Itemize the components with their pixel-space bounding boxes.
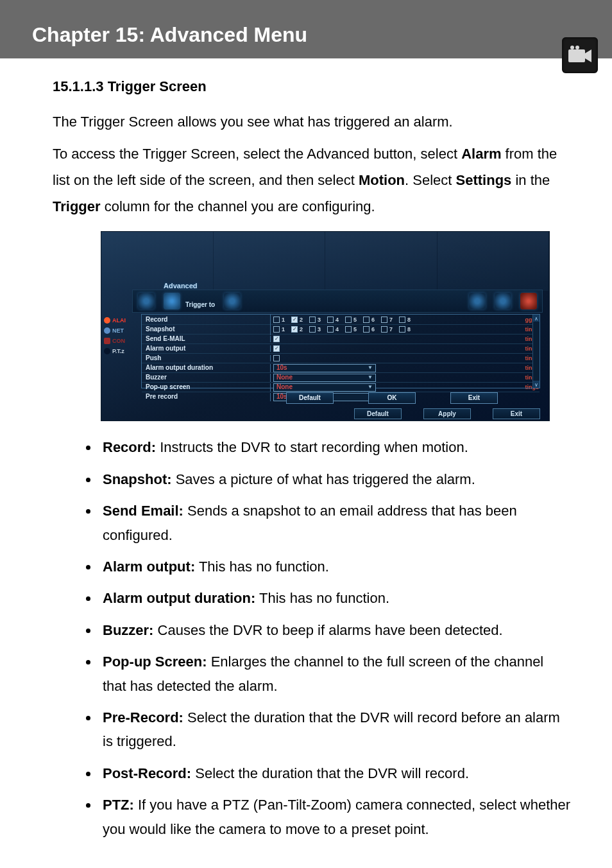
trigger-panel: Record 1✓2345678 Snapshot 1✓2345678 Send…: [141, 314, 540, 388]
dropdown[interactable]: None▼: [273, 383, 376, 392]
apply-button[interactable]: Apply: [423, 408, 471, 419]
checkbox[interactable]: [309, 317, 316, 323]
paragraph-1: The Trigger Screen allows you see what h…: [53, 109, 571, 135]
row-popup-screen: Pop-up screen None▼: [142, 382, 540, 392]
checkbox[interactable]: [399, 317, 405, 323]
checkbox[interactable]: [309, 326, 316, 333]
outer-buttons: Default Apply Exit: [354, 408, 540, 419]
dropdown[interactable]: None▼: [273, 374, 376, 382]
scrollbar[interactable]: ∧∨: [532, 315, 540, 388]
row-snapshot: Snapshot 1✓2345678: [142, 324, 540, 334]
row-send-email: Send E-MAIL ✓: [142, 334, 540, 343]
row-buzzer: Buzzer None▼: [142, 372, 540, 382]
list-item: Pre-Record: Select the duration that the…: [99, 706, 571, 754]
channel-number: 6: [371, 315, 375, 326]
checkbox[interactable]: [381, 326, 387, 333]
svg-rect-0: [568, 49, 585, 62]
panel-buttons: Default OK Exit: [286, 392, 498, 404]
list-item: PTZ: If you have a PTZ (Pan-Tilt-Zoom) c…: [99, 793, 571, 841]
channel-number: 5: [353, 324, 357, 335]
checkbox[interactable]: [363, 326, 370, 333]
list-item: Alarm output: This has no function.: [99, 555, 571, 578]
paragraph-2: To access the Trigger Screen, select the…: [53, 141, 571, 220]
list-item: Alarm output duration: This has no funct…: [99, 586, 571, 610]
list-item: Pop-up Screen: Enlarges the channel to t…: [99, 650, 571, 698]
channel-number: 1: [282, 324, 285, 335]
svg-marker-1: [585, 49, 591, 62]
section-heading: 15.1.1.3 Trigger Screen: [53, 74, 571, 100]
dvr-sidebar: ALAI NET CON P.T.z: [101, 315, 141, 356]
row-alarm-output: Alarm output ✓: [142, 343, 540, 353]
chapter-title: Chapter 15: Advanced Menu: [32, 23, 593, 47]
checkbox[interactable]: [273, 326, 280, 333]
sidebar-item-network[interactable]: NET: [101, 326, 141, 336]
exit-button[interactable]: Exit: [450, 392, 498, 404]
checkbox[interactable]: [345, 326, 352, 333]
checkbox[interactable]: [327, 326, 334, 333]
svg-point-3: [575, 46, 579, 49]
row-record: Record 1✓2345678: [142, 315, 540, 324]
checkbox[interactable]: [381, 317, 387, 323]
dropdown[interactable]: 10s▼: [273, 364, 376, 372]
info-icon[interactable]: [469, 293, 486, 309]
checkbox[interactable]: ✓: [291, 317, 298, 323]
trigger-to-label: Trigger to: [185, 299, 215, 313]
toolbar-icon[interactable]: [224, 293, 241, 309]
channel-number: 3: [318, 315, 321, 326]
default-button[interactable]: Default: [286, 392, 334, 404]
toolbar-icon[interactable]: [495, 293, 511, 309]
channel-number: 8: [407, 315, 411, 326]
sidebar-item-ptz[interactable]: P.T.z: [101, 346, 141, 356]
channel-number: 3: [318, 324, 321, 335]
channel-number: 4: [336, 315, 339, 326]
checkbox[interactable]: ✓: [291, 326, 298, 333]
gear-icon[interactable]: [164, 293, 180, 309]
ok-button[interactable]: OK: [368, 392, 416, 404]
dvr-screenshot: Advanced Trigger to ALAI NET CON P.T.z: [101, 231, 571, 421]
channel-number: 6: [371, 324, 375, 335]
checkbox[interactable]: ✓: [273, 336, 280, 342]
list-item: Buzzer: Causes the DVR to beep if alarms…: [99, 618, 571, 642]
checkbox[interactable]: [327, 317, 334, 323]
checkbox[interactable]: [273, 317, 280, 323]
channel-number: 7: [389, 324, 393, 335]
row-alarm-out-duration: Alarm output duration 10s▼: [142, 363, 540, 372]
checkbox[interactable]: [345, 317, 352, 323]
svg-point-2: [570, 46, 574, 49]
row-push: Push: [142, 353, 540, 363]
channel-number: 4: [336, 324, 339, 335]
sidebar-item-com[interactable]: CON: [101, 336, 141, 346]
channel-number: 2: [300, 324, 303, 335]
chapter-header: Chapter 15: Advanced Menu: [0, 0, 612, 58]
list-item: Send Email: Sends a snapshot to an email…: [99, 499, 571, 547]
page-content: 15.1.1.3 Trigger Screen The Trigger Scre…: [0, 58, 612, 868]
default-button[interactable]: Default: [354, 408, 402, 419]
channel-number: 2: [300, 315, 303, 326]
channel-number: 5: [353, 315, 357, 326]
list-item: Record: Instructs the DVR to start recor…: [99, 435, 571, 459]
toolbar-icon[interactable]: [138, 293, 155, 309]
channel-number: 8: [407, 324, 411, 335]
checkbox[interactable]: [363, 317, 370, 323]
dvr-toolbar: Trigger to: [132, 290, 543, 313]
sidebar-item-alarm[interactable]: ALAI: [101, 315, 141, 326]
definition-list: Record: Instructs the DVR to start recor…: [53, 435, 571, 840]
exit-button[interactable]: Exit: [493, 408, 540, 419]
list-item: Post-Record: Select the duration that th…: [99, 761, 571, 785]
checkbox[interactable]: [399, 326, 405, 333]
list-item: Snapshot: Saves a picture of what has tr…: [99, 467, 571, 491]
checkbox[interactable]: [273, 355, 280, 361]
checkbox[interactable]: ✓: [273, 345, 280, 352]
camera-icon: [562, 37, 598, 73]
channel-number: 7: [389, 315, 393, 326]
channel-number: 1: [282, 315, 285, 326]
power-icon[interactable]: [520, 293, 537, 309]
